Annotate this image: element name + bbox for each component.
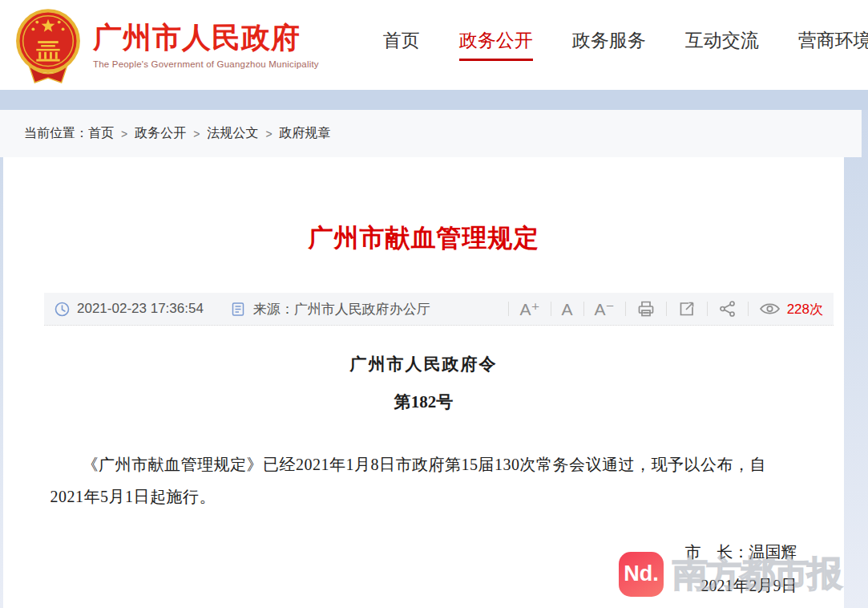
nd-logo-icon: Nd.: [619, 552, 664, 597]
site-header: 广州市人民政府 The People's Government of Guang…: [0, 0, 868, 90]
font-increase-button[interactable]: A⁺: [519, 301, 539, 318]
toolbar-divider: [583, 302, 584, 316]
main-nav: 首页 政务公开 政务服务 互动交流 营商环境: [383, 29, 868, 62]
publish-datetime: 2021-02-23 17:36:54: [77, 301, 204, 317]
toolbar-divider: [551, 302, 551, 316]
toolbar-divider: [666, 302, 667, 316]
breadcrumb-separator: >: [121, 128, 127, 140]
source-document-icon: [231, 302, 246, 317]
toolbar-divider: [707, 302, 708, 316]
nav-item-business-env[interactable]: 营商环境: [798, 29, 868, 62]
export-button[interactable]: [677, 299, 696, 318]
breadcrumb-gov-info[interactable]: 政务公开: [135, 125, 186, 142]
breadcrumb-label: 当前位置：: [24, 125, 88, 142]
article-title: 广州市献血管理规定: [3, 157, 844, 255]
article-container: 广州市献血管理规定 2021-02-23 17:36:54 来源： 广州市人民政…: [3, 157, 844, 608]
site-logo[interactable]: 广州市人民政府 The People's Government of Guang…: [0, 6, 319, 83]
toolbar-divider: [508, 302, 509, 316]
views-indicator: 228次: [759, 300, 823, 318]
source-value: 广州市人民政府办公厅: [294, 300, 430, 318]
decree-heading: 广州市人民政府令: [3, 353, 844, 375]
font-reset-button[interactable]: A: [562, 301, 573, 318]
news-watermark: Nd. 南方都市报: [619, 550, 841, 598]
site-name-english: The People's Government of Guangzhou Mun…: [93, 59, 319, 69]
toolbar-divider: [748, 302, 749, 316]
decree-paragraph: 《广州市献血管理规定》已经2021年1月8日市政府第15届130次常务会议通过，…: [50, 448, 797, 513]
nav-item-gov-info[interactable]: 政务公开: [459, 29, 533, 62]
eye-icon: [759, 301, 781, 317]
breadcrumb-separator: >: [265, 128, 272, 140]
breadcrumb-gov-rules[interactable]: 政府规章: [280, 125, 331, 142]
article-meta-bar: 2021-02-23 17:36:54 来源： 广州市人民政府办公厅 A⁺ A …: [44, 293, 834, 326]
breadcrumb-home[interactable]: 首页: [88, 125, 114, 142]
share-button[interactable]: [718, 299, 737, 318]
decree-number: 第182号: [3, 391, 844, 413]
header-divider-band: [0, 90, 868, 110]
watermark-text: 南方都市报: [672, 550, 841, 598]
national-emblem-icon: [14, 6, 82, 83]
breadcrumb: 当前位置： 首页 > 政务公开 > 法规公文 > 政府规章: [0, 110, 862, 157]
nav-item-gov-services[interactable]: 政务服务: [572, 29, 646, 62]
nav-item-interaction[interactable]: 互动交流: [685, 29, 759, 62]
breadcrumb-regulations[interactable]: 法规公文: [207, 125, 258, 142]
toolbar-divider: [625, 302, 626, 316]
site-name: 广州市人民政府: [93, 21, 319, 54]
nav-item-home[interactable]: 首页: [383, 29, 420, 62]
print-button[interactable]: [636, 299, 656, 318]
breadcrumb-separator: >: [193, 128, 200, 140]
font-decrease-button[interactable]: A⁻: [595, 301, 615, 318]
views-count: 228次: [787, 300, 823, 318]
clock-icon: [55, 302, 70, 317]
source-label: 来源：: [253, 300, 294, 318]
